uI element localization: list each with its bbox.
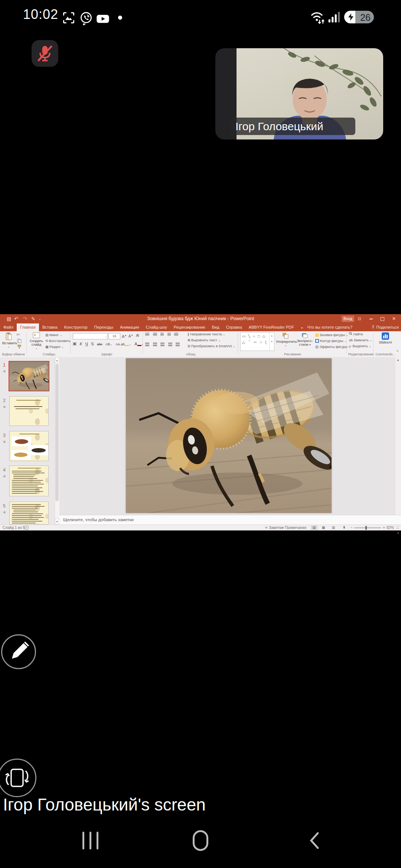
- cut-icon[interactable]: ✂: [16, 332, 20, 338]
- slide-number: 5: [3, 503, 6, 509]
- tab-review[interactable]: Рецензирование: [170, 323, 209, 331]
- slide-sorter-icon[interactable]: ▦: [320, 525, 327, 530]
- strikethrough-button[interactable]: abc: [97, 342, 102, 347]
- notes-page-icon[interactable]: [25, 526, 29, 530]
- paste-button[interactable]: Вставить⌄: [2, 332, 15, 349]
- share-button[interactable]: Поделиться: [371, 323, 399, 331]
- back-nav-button[interactable]: [307, 831, 323, 850]
- shrink-font-icon[interactable]: А▼: [128, 333, 133, 339]
- tab-view[interactable]: Вид: [209, 323, 223, 331]
- thumbnail-scrollbar[interactable]: ▲ ▼: [55, 357, 59, 525]
- copy-icon[interactable]: [17, 339, 22, 343]
- format-painter-icon[interactable]: [17, 345, 22, 349]
- clear-formatting-icon[interactable]: А̸: [136, 333, 138, 338]
- slide-thumbnail-1[interactable]: [9, 361, 49, 391]
- reading-view-icon[interactable]: ▥: [330, 525, 337, 530]
- slide-thumbnail-2[interactable]: [9, 396, 49, 426]
- bullets-icon[interactable]: [145, 333, 149, 336]
- arrange-button[interactable]: Упорядочить⌄: [276, 332, 295, 347]
- collapse-ribbon-icon[interactable]: ˄: [397, 349, 398, 353]
- zoom-in-icon[interactable]: +: [383, 525, 385, 530]
- ribbon-options-icon[interactable]: ⊡: [355, 314, 363, 323]
- decrease-indent-icon[interactable]: [160, 333, 164, 336]
- font-size-combo[interactable]: 16: [108, 333, 120, 339]
- home-nav-button[interactable]: [193, 830, 208, 851]
- tab-insert[interactable]: Вставка: [39, 323, 61, 331]
- notes-toggle[interactable]: ≐ Заметки: [265, 525, 283, 530]
- layout-button[interactable]: ▤ Макет ⌄: [45, 332, 62, 338]
- tab-design[interactable]: Конструктор: [61, 323, 91, 331]
- align-right-icon[interactable]: [160, 343, 164, 346]
- scroll-up-icon[interactable]: ▲: [395, 357, 401, 363]
- restore-button[interactable]: [378, 314, 387, 323]
- scroll-up-icon[interactable]: ▲: [55, 357, 59, 363]
- participant-video-tile[interactable]: Ігор Головецький: [215, 48, 383, 139]
- shapes-scroll[interactable]: ▴▾: [269, 333, 274, 351]
- slide-thumbnail-5[interactable]: [9, 502, 49, 525]
- align-center-icon[interactable]: [153, 343, 157, 346]
- smartart-button[interactable]: ⊟ Преобразовать в SmartArt ⌄: [188, 343, 235, 349]
- increase-indent-icon[interactable]: [167, 333, 171, 336]
- tab-help[interactable]: Справка: [223, 323, 245, 331]
- replace-button[interactable]: ab Заменить ⌄: [349, 338, 372, 343]
- scrollbar-thumb[interactable]: [55, 364, 59, 501]
- microphone-muted-button[interactable]: [32, 40, 58, 67]
- current-slide[interactable]: [126, 358, 332, 513]
- notes-pane[interactable]: Щелкните, чтобы добавить заметки: [59, 515, 401, 525]
- slide-thumbnail-3[interactable]: [9, 431, 49, 461]
- tab-home[interactable]: Главная: [17, 323, 39, 331]
- line-spacing-icon[interactable]: [174, 333, 178, 336]
- rotate-screen-button[interactable]: [0, 759, 36, 797]
- columns-icon[interactable]: [176, 343, 180, 346]
- text-shadow-button[interactable]: S: [91, 341, 94, 347]
- section-button[interactable]: ▦ Раздел ⌄: [45, 344, 64, 350]
- justify-icon[interactable]: [168, 343, 172, 346]
- zoom-slider[interactable]: [354, 527, 381, 528]
- minimize-button[interactable]: [367, 314, 375, 323]
- tab-animations[interactable]: Анимация: [117, 323, 143, 331]
- font-name-combo[interactable]: ⌄: [73, 333, 108, 339]
- recents-nav-button[interactable]: [82, 832, 98, 851]
- slideshow-icon[interactable]: ♜: [341, 525, 348, 530]
- underline-button[interactable]: Ч: [85, 341, 88, 347]
- next-slide-icon[interactable]: ⇟: [395, 530, 401, 536]
- shape-outline-button[interactable]: Контур фигуры ⌄: [315, 338, 347, 344]
- new-slide-button[interactable]: Создать слайд⌄: [29, 332, 44, 350]
- shape-effects-button[interactable]: Эффекты фигуры ⌄: [315, 344, 351, 350]
- character-spacing-button[interactable]: АВ⌄: [105, 342, 113, 347]
- text-direction-button[interactable]: ∥ Направление текста ⌄: [188, 332, 225, 337]
- tab-slideshow[interactable]: Слайд-шоу: [143, 323, 170, 331]
- fit-to-window-icon[interactable]: ⛶: [394, 525, 401, 530]
- shapes-gallery[interactable]: ▭ ╲ ○ □ ◇△ ⌒ ⇨ ☆ { ▴▾: [240, 332, 274, 351]
- grow-font-icon[interactable]: А▲: [122, 333, 127, 339]
- bold-button[interactable]: Ж: [73, 341, 76, 347]
- highlight-color-button[interactable]: ab⌄: [121, 342, 131, 347]
- zoom-slider-thumb[interactable]: [365, 526, 367, 530]
- align-text-button[interactable]: ⊞ Выровнять текст ⌄: [188, 338, 221, 343]
- annotate-button[interactable]: [1, 634, 36, 669]
- font-color-button[interactable]: А⌄: [134, 341, 144, 347]
- close-button[interactable]: ✕: [390, 314, 398, 323]
- tab-file[interactable]: Файл: [0, 323, 17, 331]
- comments-toggle[interactable]: ▪ Примечания: [283, 525, 306, 530]
- zoom-out-icon[interactable]: −: [351, 525, 353, 530]
- normal-view-icon[interactable]: ▤: [311, 525, 317, 530]
- align-left-icon[interactable]: [145, 343, 149, 346]
- shape-fill-button[interactable]: Заливка фигуры ⌄: [315, 332, 348, 338]
- numbering-icon[interactable]: [153, 333, 157, 336]
- tab-transitions[interactable]: Переходы: [91, 323, 117, 331]
- slide-thumbnail-4[interactable]: [9, 466, 49, 496]
- slide-scrollbar[interactable]: ▲ ▼ ⇞ ⇟: [395, 357, 401, 525]
- select-button[interactable]: ▻ Выделить ⌄: [349, 343, 371, 349]
- italic-button[interactable]: К: [79, 341, 82, 347]
- find-button[interactable]: Найти: [349, 332, 363, 337]
- reset-button[interactable]: ⟲ Восстановить: [45, 338, 71, 344]
- group-slides: Создать слайд⌄ ▤ Макет ⌄ ⟲ Восстановить …: [28, 331, 70, 357]
- slidesai-button[interactable]: SlidesAI: [377, 332, 394, 344]
- scroll-down-icon[interactable]: ▼: [55, 519, 59, 525]
- quick-styles-button[interactable]: Экспресс- стили ▾: [296, 332, 314, 347]
- animation-star-icon: ✳: [3, 440, 6, 444]
- tab-abbyy[interactable]: ABBYY FineReader PDF: [245, 323, 297, 331]
- sign-in-button[interactable]: Вход: [342, 316, 354, 322]
- tell-me-search[interactable]: Что вы хотите сделать?: [304, 323, 356, 331]
